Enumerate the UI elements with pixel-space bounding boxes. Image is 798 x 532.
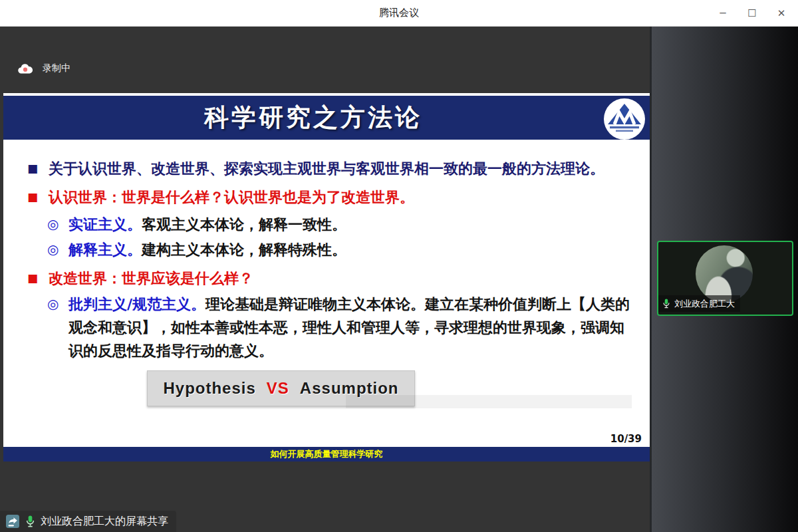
bullet-item-1: ■ 关于认识世界、改造世界、探索实现主观世界与客观世界相一致的最一般的方法理论。 — [27, 157, 638, 180]
slide-page-indicator: 10/39 — [610, 433, 642, 445]
bullet-item-3: ■ 改造世界：世界应该是什么样？ — [27, 267, 638, 290]
circle-bullet-icon: ◎ — [47, 213, 68, 236]
participant-avatar — [696, 245, 753, 303]
bullet-text: 改造世界：世界应该是什么样？ — [49, 267, 638, 290]
presentation-slide: 科学研究之方法论 ■ 关于认识世界、改造世界、探索实现主观世界与客观世界相一致的… — [3, 93, 650, 462]
bullet-text: 关于认识世界、改造世界、探索实现主观世界与客观世界相一致的最一般的方法理论。 — [49, 157, 638, 180]
square-bullet-icon: ■ — [27, 267, 49, 290]
minimize-button[interactable]: ─ — [713, 3, 733, 23]
participants-sidebar: 刘业政合肥工大 — [650, 27, 798, 532]
microphone-icon — [662, 298, 670, 309]
tencent-meeting-window: 腾讯会议 ─ ☐ ✕ 录制中 科学研究之方法论 — [0, 0, 798, 532]
sub-bullet-rest: 客观主义本体论，解释一致性。 — [142, 216, 346, 233]
bullet-item-2: ■ 认识世界：世界是什么样？认识世界也是为了改造世界。 — [27, 186, 638, 209]
window-controls: ─ ☐ ✕ — [713, 0, 791, 27]
slide-header: 科学研究之方法论 — [3, 96, 650, 140]
vs-box-left: Hypothesis — [163, 379, 255, 398]
window-title: 腾讯会议 — [379, 7, 419, 19]
sub-bullet-lead: 解释主义。 — [68, 241, 142, 258]
microphone-icon — [25, 515, 35, 528]
participant-name-badge: 刘业政合肥工大 — [658, 295, 740, 312]
vs-box-vs: VS — [267, 379, 289, 398]
sub-bullet-item-1: ◎ 实证主义。客观主义本体论，解释一致性。 — [27, 213, 638, 236]
window-titlebar[interactable]: 腾讯会议 ─ ☐ ✕ — [0, 0, 798, 27]
participant-video-tile[interactable]: 刘业政合肥工大 — [657, 241, 793, 316]
slide-body: ■ 关于认识世界、改造世界、探索实现主观世界与客观世界相一致的最一般的方法理论。… — [3, 140, 650, 447]
sub-bullet-item-2: ◎ 解释主义。建构主义本体论，解释特殊性。 — [27, 238, 638, 261]
circle-bullet-icon: ◎ — [47, 293, 68, 362]
recording-label: 录制中 — [43, 63, 70, 74]
circle-bullet-icon: ◎ — [47, 238, 68, 261]
screen-share-icon — [5, 514, 20, 529]
slide-title: 科学研究之方法论 — [204, 101, 422, 134]
square-bullet-icon: ■ — [27, 157, 49, 180]
recording-indicator: 录制中 — [17, 63, 70, 74]
sub-bullet-lead: 批判主义/规范主义。 — [68, 296, 205, 313]
cloud-record-icon — [17, 63, 33, 74]
maximize-button[interactable]: ☐ — [742, 3, 762, 23]
sub-bullet-item-3: ◎ 批判主义/规范主义。理论基础是辩证唯物主义本体论。建立在某种价值判断上【人类… — [27, 293, 638, 362]
square-bullet-icon: ■ — [27, 186, 49, 209]
shared-screen-area: 录制中 科学研究之方法论 ■ 关于认识世界、改造世界、探索实现主观 — [0, 27, 650, 532]
participant-name: 刘业政合肥工大 — [674, 298, 735, 310]
sub-bullet-rest: 建构主义本体论，解释特殊性。 — [142, 241, 346, 258]
close-button[interactable]: ✕ — [771, 3, 791, 23]
slide-footer-text: 如何开展高质量管理科学研究 — [271, 448, 383, 460]
slide-shading — [346, 395, 632, 408]
school-logo-icon — [603, 98, 646, 140]
sub-bullet-lead: 实证主义。 — [68, 216, 142, 233]
slide-footer-bar: 如何开展高质量管理科学研究 — [3, 447, 650, 462]
screen-share-badge: 刘业政合肥工大的屏幕共享 — [0, 511, 176, 532]
bullet-text: 认识世界：世界是什么样？认识世界也是为了改造世界。 — [49, 186, 638, 209]
screen-share-label: 刘业政合肥工大的屏幕共享 — [41, 515, 168, 529]
